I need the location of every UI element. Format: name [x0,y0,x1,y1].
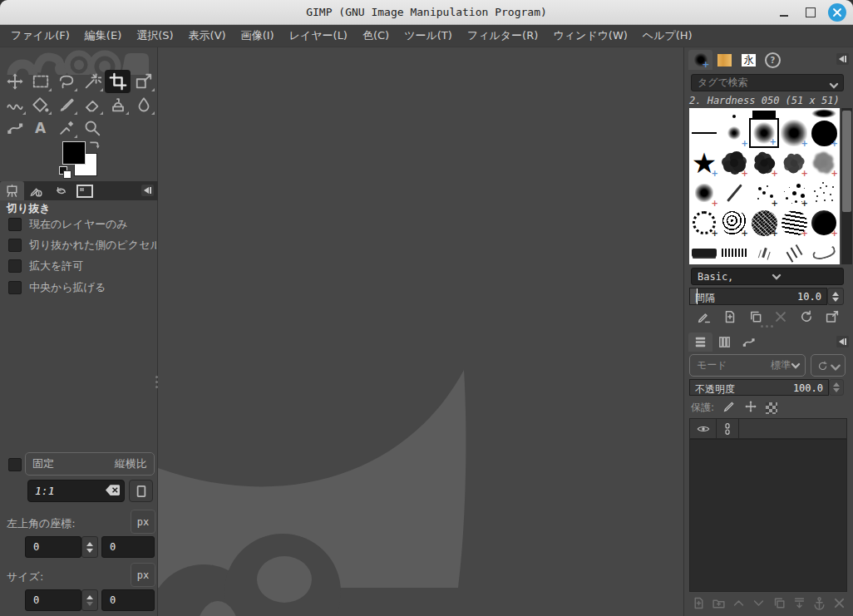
brush-cell[interactable]: + [719,118,749,148]
menu-画像[interactable]: 画像(I) [234,25,282,47]
tag-search-input[interactable]: タグで検索 [691,74,844,91]
dock-tab-paths[interactable] [737,333,761,352]
option-row[interactable]: 拡大を許可 [8,259,156,274]
dock-tab-patterns[interactable] [712,50,737,70]
option-checkbox[interactable] [8,281,22,294]
tool-fuzzy-select[interactable] [79,70,105,93]
size-x-field[interactable]: 0 [25,589,81,611]
opacity-spinner[interactable] [829,379,844,396]
brush-cell[interactable] [779,108,809,118]
brush-group-dropdown[interactable]: Basic, [691,268,844,285]
tool-unified-transform[interactable] [131,70,156,93]
tool-bucket-fill[interactable] [27,93,53,116]
brush-cell[interactable]: + [779,178,809,208]
tool-clone[interactable] [105,93,131,116]
vscrollbar-thumb[interactable] [842,111,851,212]
foreground-color-swatch[interactable] [62,141,86,165]
lock-pixels-icon[interactable] [722,400,736,416]
brush-cell[interactable] [809,108,839,118]
maximize-button[interactable] [801,3,820,22]
clear-ratio-icon[interactable] [106,485,124,498]
brush-cell[interactable] [809,238,839,264]
brush-dock-menu-button[interactable] [836,53,849,65]
brush-cell[interactable]: + [749,148,779,178]
blend-space-button[interactable] [811,354,846,377]
open-brush-as-image-button[interactable] [821,307,844,327]
spacing-slider[interactable]: 間隔 10.0 [689,288,827,305]
dock-tab-channels[interactable] [712,333,737,352]
new-brush-button[interactable] [718,307,742,327]
menu-選択[interactable]: 選択(S) [129,25,180,47]
brush-cell[interactable] [809,178,839,208]
left-dock-menu-button[interactable] [141,185,154,196]
brush-cell[interactable]: + [779,208,809,238]
menu-ヘルプ[interactable]: ヘルプ(H) [635,25,700,47]
tool-zoom[interactable] [79,116,105,140]
brush-cell[interactable] [689,238,719,264]
layers-dock-menu-button[interactable] [836,336,849,347]
option-row[interactable]: 切り抜かれた側のピクセルの削 [8,238,156,253]
dock-tab-document-history[interactable]: ? [761,50,785,70]
option-row[interactable]: 現在のレイヤーのみ [8,217,156,232]
menu-編集[interactable]: 編集(E) [77,25,129,47]
brush-cell[interactable]: + [719,148,749,178]
brush-cell[interactable]: + [809,148,839,178]
brush-cell[interactable]: + [749,208,779,238]
brush-cell[interactable]: + [689,208,719,238]
position-x-field[interactable]: 0 [25,536,81,558]
tool-eraser[interactable] [79,93,105,116]
lock-position-icon[interactable] [744,400,757,416]
swap-colors-icon[interactable] [87,138,101,155]
tool-color-picker[interactable] [53,116,79,140]
brush-cell[interactable] [689,108,719,118]
chevron-down-icon[interactable] [829,78,839,88]
layer-mode-dropdown[interactable]: モード 標準 [689,354,806,377]
brush-cell[interactable]: + [719,208,749,238]
menu-表示[interactable]: 表示(V) [181,25,234,47]
fixed-aspect-dropdown[interactable]: 固定 縦横比 [25,452,155,476]
dock-tab-images[interactable] [72,181,96,200]
position-y-field[interactable]: 0 [101,536,155,558]
brush-cell[interactable]: + [809,118,839,148]
minimize-button[interactable] [775,3,793,22]
option-row[interactable]: 中央から拡げる [8,280,156,295]
menu-ツール[interactable]: ツール(T) [397,25,460,47]
menu-ファイル[interactable]: ファイル(F) [3,25,77,47]
brush-cell[interactable]: + [689,178,719,208]
dock-tab-layers[interactable] [688,333,712,352]
dock-tab-fonts[interactable]: 永 [737,50,761,70]
brush-cell[interactable] [719,108,749,118]
brush-cell[interactable] [689,118,719,148]
size-unit-dropdown[interactable]: px [131,563,155,587]
default-colors-icon[interactable] [59,166,70,177]
option-checkbox[interactable] [8,239,22,252]
layer-opacity-slider[interactable]: 不透明度 100.0 [689,379,829,396]
dock-resize-handle[interactable] [761,325,773,328]
brush-cell[interactable] [779,238,809,264]
brush-cell[interactable]: + [749,178,779,208]
position-spinner[interactable] [81,536,98,558]
brush-grid-scrollbar[interactable] [841,108,852,264]
dock-tab-device-status[interactable] [24,181,48,200]
brush-cell[interactable]: + [779,118,809,148]
tool-free-select[interactable] [53,70,79,93]
tool-move[interactable] [2,70,27,93]
brush-cell[interactable]: + [809,208,839,238]
layer-list[interactable] [689,439,847,592]
menu-色[interactable]: 色(C) [355,25,397,47]
brush-cell[interactable] [719,178,749,208]
dock-tab-undo-history[interactable] [48,181,72,200]
dock-tab-tool-options[interactable] [0,181,24,200]
spacing-spinner[interactable] [827,288,844,305]
tool-paths[interactable] [2,116,27,140]
menu-フィルター[interactable]: フィルター(R) [460,25,545,47]
canvas-area[interactable] [158,47,683,616]
fixed-checkbox[interactable] [8,458,22,471]
tool-text[interactable]: A [27,116,53,140]
duplicate-brush-button[interactable] [744,307,767,327]
brush-cell[interactable]: ★+ [689,148,719,178]
lock-alpha-icon[interactable] [766,402,777,414]
tool-crop[interactable] [105,70,131,93]
brush-cell-selected[interactable]: + [749,118,779,148]
menu-ウィンドウ[interactable]: ウィンドウ(W) [545,25,635,47]
